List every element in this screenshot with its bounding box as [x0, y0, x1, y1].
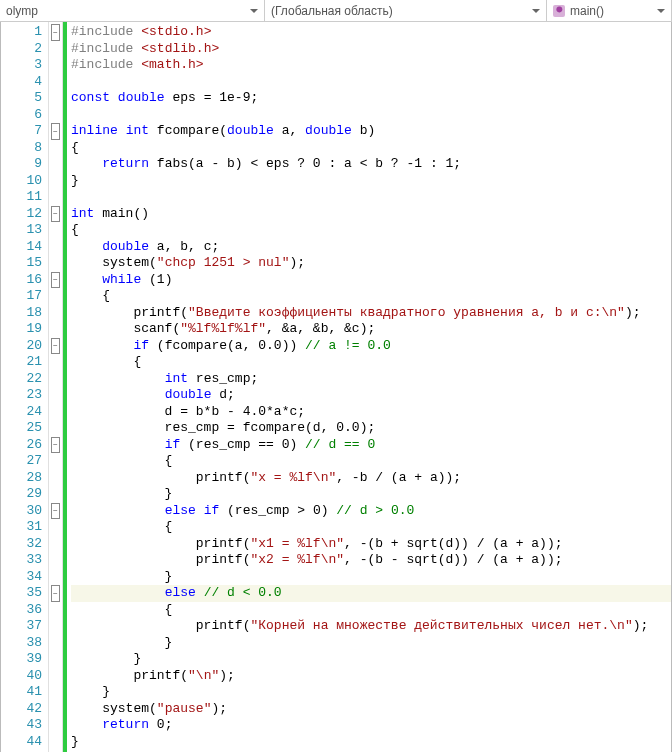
line-number: 28 — [1, 470, 42, 487]
scope-dropdown[interactable]: (Глобальная область) — [265, 0, 547, 21]
code-line[interactable]: const double eps = 1e-9; — [71, 90, 671, 107]
code-line[interactable]: scanf("%lf%lf%lf", &a, &b, &c); — [71, 321, 671, 338]
line-number: 32 — [1, 536, 42, 553]
line-number: 15 — [1, 255, 42, 272]
code-line[interactable]: } — [71, 651, 671, 668]
code-editor[interactable]: 1234567891011121314151617181920212223242… — [0, 22, 672, 752]
code-line[interactable] — [71, 74, 671, 91]
project-label: olymp — [6, 4, 38, 18]
code-line[interactable]: { — [71, 354, 671, 371]
line-number: 41 — [1, 684, 42, 701]
fold-toggle-icon[interactable]: − — [51, 437, 60, 454]
code-line[interactable]: return fabs(a - b) < eps ? 0 : a < b ? -… — [71, 156, 671, 173]
fold-toggle-icon[interactable]: − — [51, 24, 60, 41]
code-line[interactable]: else // d < 0.0 — [71, 585, 671, 602]
code-line[interactable]: { — [71, 519, 671, 536]
line-number: 36 — [1, 602, 42, 619]
fold-cell — [49, 74, 62, 91]
code-line[interactable]: } — [71, 173, 671, 190]
fold-cell — [49, 173, 62, 190]
code-line[interactable]: { — [71, 140, 671, 157]
fold-toggle-icon[interactable]: − — [51, 338, 60, 355]
fold-cell — [49, 536, 62, 553]
code-line[interactable]: } — [71, 569, 671, 586]
code-line[interactable]: { — [71, 602, 671, 619]
line-number: 26 — [1, 437, 42, 454]
fold-toggle-icon[interactable]: − — [51, 123, 60, 140]
code-line[interactable]: while (1) — [71, 272, 671, 289]
code-line[interactable]: printf("x = %lf\n", -b / (a + a)); — [71, 470, 671, 487]
line-number: 9 — [1, 156, 42, 173]
line-number: 20 — [1, 338, 42, 355]
code-line[interactable]: int res_cmp; — [71, 371, 671, 388]
code-line[interactable]: return 0; — [71, 717, 671, 734]
fold-cell — [49, 684, 62, 701]
code-line[interactable]: double a, b, c; — [71, 239, 671, 256]
fold-cell — [49, 189, 62, 206]
code-line[interactable]: printf("Введите коэффициенты квадратного… — [71, 305, 671, 322]
chevron-down-icon — [250, 9, 258, 13]
line-number: 12 — [1, 206, 42, 223]
fold-cell: − — [49, 24, 62, 41]
line-number: 38 — [1, 635, 42, 652]
code-line[interactable]: { — [71, 453, 671, 470]
fold-cell: − — [49, 206, 62, 223]
code-line[interactable]: system("chcp 1251 > nul"); — [71, 255, 671, 272]
fold-cell — [49, 569, 62, 586]
line-number: 17 — [1, 288, 42, 305]
fold-cell — [49, 305, 62, 322]
fold-toggle-icon[interactable]: − — [51, 206, 60, 223]
fold-cell — [49, 635, 62, 652]
code-line[interactable]: #include <math.h> — [71, 57, 671, 74]
code-line[interactable] — [71, 107, 671, 124]
code-line[interactable]: } — [71, 734, 671, 751]
fold-toggle-icon[interactable]: − — [51, 585, 60, 602]
line-number: 23 — [1, 387, 42, 404]
function-dropdown[interactable]: main() — [547, 0, 672, 21]
code-line[interactable]: printf("Корней на множестве действительн… — [71, 618, 671, 635]
code-line[interactable] — [71, 189, 671, 206]
line-number: 29 — [1, 486, 42, 503]
fold-cell — [49, 651, 62, 668]
line-number: 13 — [1, 222, 42, 239]
fold-cell — [49, 420, 62, 437]
function-label: main() — [570, 4, 604, 18]
code-line[interactable]: if (res_cmp == 0) // d == 0 — [71, 437, 671, 454]
code-line[interactable]: printf("\n"); — [71, 668, 671, 685]
line-number: 22 — [1, 371, 42, 388]
code-line[interactable]: res_cmp = fcompare(d, 0.0); — [71, 420, 671, 437]
project-dropdown[interactable]: olymp — [0, 0, 265, 21]
fold-toggle-icon[interactable]: − — [51, 503, 60, 520]
code-line[interactable]: { — [71, 288, 671, 305]
code-line[interactable]: #include <stdio.h> — [71, 24, 671, 41]
code-area[interactable]: #include <stdio.h>#include <stdlib.h>#in… — [67, 22, 671, 752]
code-line[interactable]: } — [71, 684, 671, 701]
fold-cell — [49, 41, 62, 58]
code-line[interactable]: d = b*b - 4.0*a*c; — [71, 404, 671, 421]
code-line[interactable]: printf("x2 = %lf\n", -(b - sqrt(d)) / (a… — [71, 552, 671, 569]
code-line[interactable]: int main() — [71, 206, 671, 223]
code-line[interactable]: system("pause"); — [71, 701, 671, 718]
navigation-bar: olymp (Глобальная область) main() — [0, 0, 672, 22]
code-line[interactable]: printf("x1 = %lf\n", -(b + sqrt(d)) / (a… — [71, 536, 671, 553]
fold-toggle-icon[interactable]: − — [51, 272, 60, 289]
fold-cell — [49, 371, 62, 388]
code-line[interactable]: inline int fcompare(double a, double b) — [71, 123, 671, 140]
code-line[interactable]: #include <stdlib.h> — [71, 41, 671, 58]
line-number: 14 — [1, 239, 42, 256]
fold-cell — [49, 470, 62, 487]
code-line[interactable]: } — [71, 486, 671, 503]
fold-cell — [49, 717, 62, 734]
code-line[interactable]: double d; — [71, 387, 671, 404]
line-number: 33 — [1, 552, 42, 569]
code-line[interactable]: else if (res_cmp > 0) // d > 0.0 — [71, 503, 671, 520]
code-line[interactable]: { — [71, 222, 671, 239]
fold-cell — [49, 404, 62, 421]
line-number: 4 — [1, 74, 42, 91]
fold-cell — [49, 107, 62, 124]
fold-cell — [49, 453, 62, 470]
code-line[interactable]: } — [71, 635, 671, 652]
code-line[interactable]: if (fcompare(a, 0.0)) // a != 0.0 — [71, 338, 671, 355]
fold-cell: − — [49, 123, 62, 140]
line-number: 3 — [1, 57, 42, 74]
